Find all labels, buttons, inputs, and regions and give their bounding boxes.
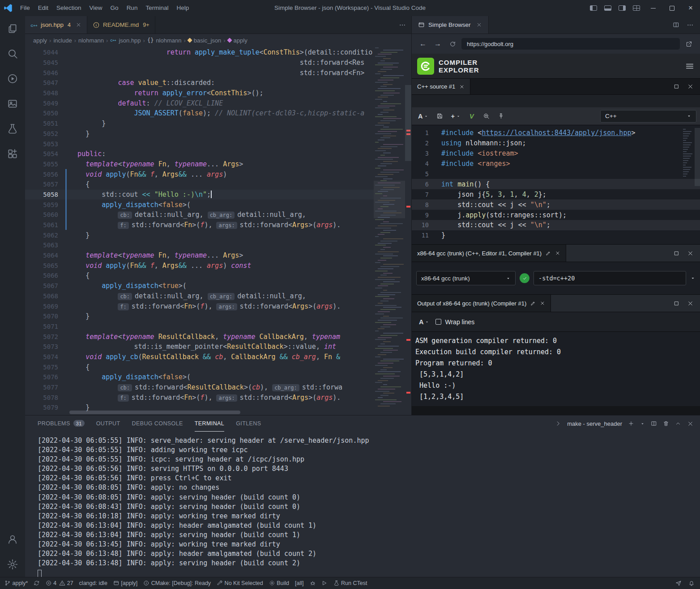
hamburger-menu-icon[interactable] <box>685 61 695 71</box>
customize-layout-icon[interactable] <box>633 5 640 11</box>
menu-run[interactable]: Run <box>123 0 142 16</box>
close-pane-icon[interactable] <box>687 250 694 257</box>
rename-icon[interactable] <box>530 301 536 306</box>
breadcrumb-item-nlohmann[interactable]: {}nlohmann <box>147 37 182 44</box>
activity-media[interactable] <box>0 91 25 116</box>
status-errors[interactable]: 4 <box>46 577 56 589</box>
status-warnings[interactable]: 27 <box>59 577 73 589</box>
tab-output[interactable]: Output of x86-64 gcc (trunk) (Compiler #… <box>412 295 551 312</box>
maximize-pane-icon[interactable] <box>674 83 679 90</box>
breadcrumb-item-apply[interactable]: apply <box>228 37 248 44</box>
save-icon[interactable] <box>433 110 446 123</box>
close-icon[interactable] <box>540 301 545 306</box>
reload-button[interactable] <box>447 38 458 50</box>
panel-tab-terminal[interactable]: TERMINAL <box>195 415 224 432</box>
open-external-icon[interactable] <box>683 38 695 50</box>
close-icon[interactable] <box>76 22 81 28</box>
status-clangd[interactable]: clangd: idle <box>79 577 107 589</box>
terminal[interactable]: [2022-04-30 06:05:55] INFO: serve_header… <box>25 432 700 577</box>
vim-mode-button[interactable]: V <box>465 110 478 123</box>
tab-simple-browser[interactable]: Simple Browser <box>412 16 489 34</box>
menu-view[interactable]: View <box>85 0 107 16</box>
panel-tab-output[interactable]: OUTPUT <box>96 415 120 432</box>
tab-compiler[interactable]: x86-64 gcc (trunk) (C++, Editor #1, Comp… <box>412 245 566 262</box>
font-size-button[interactable]: A <box>415 110 431 123</box>
code-editor[interactable]: 5044 return apply_make_tuple<ConstThis>(… <box>25 47 411 415</box>
url-input[interactable]: https://godbolt.org <box>461 38 680 50</box>
more-actions-icon[interactable] <box>399 21 406 29</box>
language-select[interactable]: C++ <box>600 110 696 123</box>
ce-scrollbar[interactable] <box>695 128 700 186</box>
panel-tab-gitlens[interactable]: GITLENS <box>236 415 261 432</box>
back-button[interactable]: ← <box>417 38 429 50</box>
maximize-button[interactable] <box>662 0 681 16</box>
activity-debug[interactable] <box>0 66 25 91</box>
terminal-dropdown-icon[interactable] <box>640 421 645 426</box>
status-debug-target[interactable] <box>310 577 316 589</box>
tab-json.hpp[interactable]: C++json.hpp4 <box>25 16 87 34</box>
close-icon[interactable] <box>555 250 560 256</box>
panel-tab-debug-console[interactable]: DEBUG CONSOLE <box>132 415 183 432</box>
activity-explorer[interactable] <box>0 16 25 41</box>
toggle-secondary-sidebar-icon[interactable] <box>619 5 626 11</box>
status-launch[interactable] <box>321 577 328 589</box>
menu-terminal[interactable]: Terminal <box>141 0 172 16</box>
status-branch[interactable]: apply* <box>4 577 28 589</box>
status-cmake-project[interactable]: [apply] <box>113 577 137 589</box>
rename-icon[interactable] <box>546 250 551 256</box>
status-feedback[interactable] <box>675 577 682 589</box>
close-icon[interactable] <box>459 84 465 89</box>
font-size-button[interactable]: A <box>416 316 432 328</box>
forward-button[interactable]: → <box>432 38 444 50</box>
minimize-button[interactable] <box>644 0 662 16</box>
status-build-target[interactable]: [all] <box>295 577 303 589</box>
tab-readme.md[interactable]: README.md9+ <box>87 16 155 34</box>
kill-terminal-icon[interactable] <box>663 420 669 427</box>
compiler-select[interactable]: x86-64 gcc (trunk) <box>416 271 516 285</box>
split-terminal-icon[interactable] <box>651 420 657 427</box>
menu-selection[interactable]: Selection <box>52 0 85 16</box>
close-icon[interactable] <box>476 22 482 28</box>
status-sync[interactable] <box>34 577 40 589</box>
activity-search[interactable] <box>0 41 25 66</box>
toggle-sidebar-icon[interactable] <box>590 5 597 11</box>
menu-edit[interactable]: Edit <box>34 0 52 16</box>
compiler-options-input[interactable]: -std=c++20 <box>534 271 686 285</box>
close-pane-icon[interactable] <box>687 83 694 90</box>
breadcrumb-item-basic_json[interactable]: basic_json <box>188 37 221 44</box>
status-cmake-status[interactable]: CMake: [Debug]: Ready <box>143 577 211 589</box>
vertical-scrollbar[interactable] <box>405 85 411 161</box>
activity-extensions[interactable] <box>0 141 25 166</box>
maximize-pane-icon[interactable] <box>674 250 679 257</box>
close-pane-icon[interactable] <box>687 300 694 307</box>
horizontal-scrollbar[interactable] <box>69 411 240 414</box>
close-panel-icon[interactable] <box>687 420 694 427</box>
minimap[interactable] <box>375 47 404 409</box>
breadcrumb-item-apply[interactable]: apply <box>33 37 47 44</box>
status-ctest[interactable]: Run CTest <box>333 577 367 589</box>
options-dropdown-icon[interactable] <box>690 275 696 281</box>
add-pane-button[interactable]: + <box>448 110 463 123</box>
maximize-panel-icon[interactable] <box>675 420 681 427</box>
panel-tab-problems[interactable]: PROBLEMS31 <box>38 415 85 432</box>
wrap-lines-checkbox[interactable] <box>435 319 441 325</box>
menu-file[interactable]: File <box>16 0 34 16</box>
ce-logo-text[interactable]: COMPILER EXPLORER <box>439 59 479 74</box>
status-notifications[interactable] <box>688 577 695 589</box>
tab-cpp-source[interactable]: C++ source #1 <box>412 79 470 94</box>
activity-gear[interactable] <box>0 552 25 577</box>
status-build[interactable]: Build <box>269 577 289 589</box>
terminal-title[interactable]: make - serve_header <box>567 420 622 427</box>
menu-help[interactable]: Help <box>172 0 193 16</box>
toggle-panel-icon[interactable] <box>604 5 611 11</box>
new-terminal-icon[interactable] <box>628 420 634 427</box>
pin-icon[interactable] <box>495 110 508 123</box>
activity-testing[interactable] <box>0 116 25 141</box>
close-window-button[interactable]: × <box>681 0 700 16</box>
ce-source-editor[interactable]: 1#include <https://localhost:8443/apply/… <box>412 125 700 244</box>
status-kit[interactable]: No Kit Selected <box>217 577 263 589</box>
breadcrumb-item-include[interactable]: include <box>53 37 72 44</box>
maximize-pane-icon[interactable] <box>674 300 679 307</box>
compiler-explorer-logo-icon[interactable] <box>417 58 434 75</box>
activity-account[interactable] <box>0 527 25 552</box>
